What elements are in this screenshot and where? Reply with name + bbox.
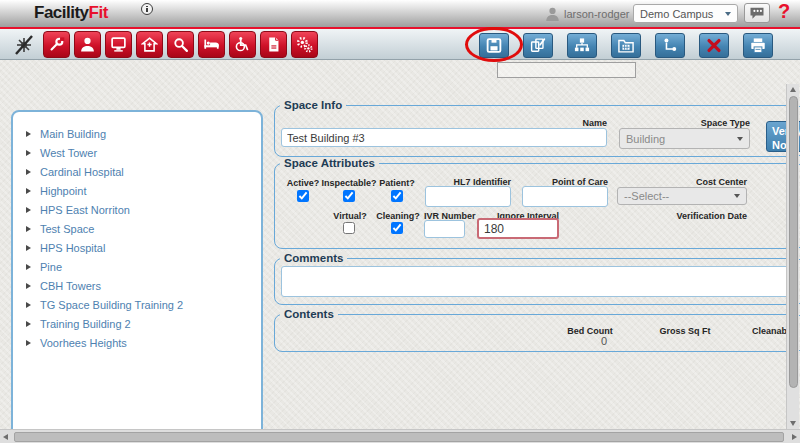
vertical-scrollbar[interactable]: [786, 84, 799, 429]
active-checkbox[interactable]: [297, 190, 309, 202]
org-chart-button[interactable]: [567, 33, 597, 58]
horizontal-scrollbar[interactable]: [0, 429, 800, 443]
save-button[interactable]: [479, 33, 509, 58]
home-button[interactable]: [136, 31, 163, 58]
space-info-legend: Space Info: [280, 99, 346, 111]
tree-item-label: CBH Towers: [40, 280, 101, 292]
tree-item-label: Highpoint: [40, 185, 86, 197]
logo-fit-text: Fit: [89, 3, 108, 22]
app-logo: FacilityFit: [34, 3, 108, 23]
vertical-scrollbar-thumb[interactable]: [789, 96, 798, 388]
tree-item-label: Training Building 2: [40, 318, 131, 330]
tree-item-label: Test Space: [40, 223, 94, 235]
help-icon[interactable]: ?: [778, 0, 790, 23]
scroll-down-arrow-icon[interactable]: [790, 421, 796, 426]
work-order-wrench-button[interactable]: [43, 31, 70, 58]
tree-expand-arrow-icon[interactable]: [26, 264, 31, 270]
contents-legend: Contents: [280, 308, 338, 320]
user-menu[interactable]: larson-rodger: [545, 4, 639, 24]
info-icon[interactable]: [141, 3, 153, 15]
space-type-label: Space Type: [670, 118, 750, 128]
tree-expand-arrow-icon[interactable]: [26, 150, 31, 156]
cost-center-select[interactable]: --Select--: [617, 187, 747, 205]
tree-item[interactable]: TG Space Building Training 2: [13, 295, 261, 314]
tree-item[interactable]: Pine: [13, 257, 261, 276]
space-attributes-legend: Space Attributes: [280, 157, 379, 169]
tree-item[interactable]: Training Building 2: [13, 314, 261, 333]
space-type-select-value: Building: [626, 133, 733, 145]
magic-wand-icon[interactable]: [12, 33, 36, 61]
tree-item[interactable]: West Tower: [13, 143, 261, 162]
search-button[interactable]: [167, 31, 194, 58]
tree-item-label: HPS East Norriton: [40, 204, 130, 216]
bed-count-value: 0: [592, 335, 616, 347]
virtual-checkbox[interactable]: [343, 222, 355, 234]
hl7-identifier-input[interactable]: [425, 186, 511, 207]
staff-person-button[interactable]: [74, 31, 101, 58]
tree-item[interactable]: Voorhees Heights: [13, 333, 261, 352]
scroll-right-arrow-icon[interactable]: [792, 434, 797, 440]
comments-legend: Comments: [280, 252, 347, 264]
space-type-select[interactable]: Building: [619, 128, 750, 149]
document-button[interactable]: [260, 31, 287, 58]
cost-center-label: Cost Center: [667, 177, 747, 187]
building-folder-button[interactable]: [611, 33, 641, 58]
campus-select-caret-icon: [725, 12, 731, 16]
tree-item[interactable]: HPS Hospital: [13, 238, 261, 257]
tree-item-label: Main Building: [40, 128, 106, 140]
tree-expand-arrow-icon[interactable]: [26, 245, 31, 251]
ignore-interval-input[interactable]: [477, 218, 559, 239]
settings-gears-button[interactable]: [291, 31, 318, 58]
contents-fieldset: Contents: [274, 314, 800, 352]
tree-expand-arrow-icon[interactable]: [26, 226, 31, 232]
tree-expand-arrow-icon[interactable]: [26, 340, 31, 346]
cost-center-caret-icon: [734, 194, 740, 198]
patient-label: Patient?: [377, 178, 417, 188]
tree-item-label: Voorhees Heights: [40, 337, 127, 349]
people-chat-icon: [749, 7, 765, 20]
tree-item[interactable]: Main Building: [13, 124, 261, 143]
gross-sqft-label: Gross Sq Ft: [655, 326, 715, 336]
tree-item-label: West Tower: [40, 147, 97, 159]
tree-item[interactable]: Test Space: [13, 219, 261, 238]
tree-item[interactable]: Highpoint: [13, 181, 261, 200]
ivr-number-input[interactable]: [424, 220, 465, 238]
header-bar: FacilityFit larson-rodger Demo Campus ?: [0, 0, 800, 27]
facilityfit-app: FacilityFit larson-rodger Demo Campus ?: [0, 0, 800, 443]
cleaning-checkbox[interactable]: [391, 222, 403, 234]
point-of-care-input[interactable]: [522, 186, 608, 207]
patient-checkbox[interactable]: [391, 190, 403, 202]
node-path-button[interactable]: [655, 33, 685, 58]
wheelchair-button[interactable]: [229, 31, 256, 58]
tree-expand-arrow-icon[interactable]: [26, 131, 31, 137]
monitor-button[interactable]: [105, 31, 132, 58]
inspectable-checkbox[interactable]: [343, 190, 355, 202]
inspectable-label: Inspectable?: [321, 178, 377, 188]
active-label: Active?: [284, 178, 322, 188]
name-label: Name: [527, 118, 607, 128]
comments-textarea[interactable]: [281, 266, 789, 297]
username-label: larson-rodger: [564, 8, 629, 20]
scroll-left-arrow-icon[interactable]: [3, 434, 8, 440]
virtual-label: Virtual?: [330, 211, 370, 221]
copy-edit-button[interactable]: [523, 33, 553, 58]
scroll-up-arrow-icon[interactable]: [790, 87, 796, 92]
tree-expand-arrow-icon[interactable]: [26, 169, 31, 175]
building-tree-sidebar: Main BuildingWest TowerCardinal Hospital…: [11, 110, 263, 432]
tree-expand-arrow-icon[interactable]: [26, 283, 31, 289]
tree-expand-arrow-icon[interactable]: [26, 188, 31, 194]
tree-item[interactable]: CBH Towers: [13, 276, 261, 295]
campus-select[interactable]: Demo Campus: [633, 4, 738, 23]
tree-expand-arrow-icon[interactable]: [26, 207, 31, 213]
delete-button[interactable]: [699, 33, 729, 58]
feedback-button[interactable]: [744, 3, 770, 23]
name-input[interactable]: [281, 128, 607, 147]
tree-item[interactable]: HPS East Norriton: [13, 200, 261, 219]
tree-expand-arrow-icon[interactable]: [26, 302, 31, 308]
tree-item[interactable]: Cardinal Hospital: [13, 162, 261, 181]
print-button[interactable]: [743, 33, 773, 58]
bed-button[interactable]: [198, 31, 225, 58]
tree-expand-arrow-icon[interactable]: [26, 321, 31, 327]
horizontal-scrollbar-thumb[interactable]: [14, 432, 784, 442]
tree-item-label: HPS Hospital: [40, 242, 105, 254]
